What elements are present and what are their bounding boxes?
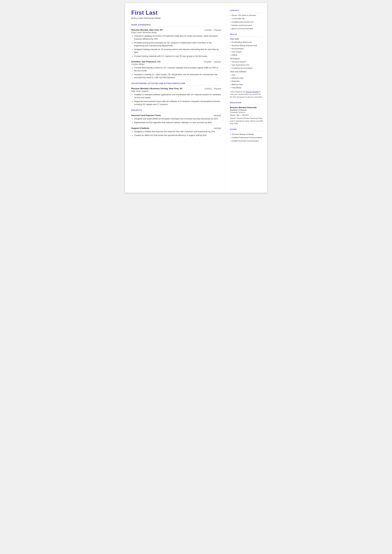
- contact-github: github.com/resumeworded: [230, 27, 263, 30]
- skill-editing: Editing: [230, 54, 263, 56]
- job-1-company: Resume Worded, New York, NY: [131, 29, 163, 31]
- project-2-bullet-2: Created an offline tool that boosts the …: [134, 134, 221, 137]
- projects-heading: PROJECTS: [131, 109, 221, 111]
- other-heading: OTHER: [230, 128, 263, 130]
- techniques-list: Technical Support User Experience (UX) F…: [230, 61, 263, 69]
- skill-visio: Visio: [230, 74, 263, 76]
- project-2-bullet-1: Designed a chatbot that improves the res…: [134, 130, 221, 133]
- contact-heading: CONTACT: [230, 9, 263, 11]
- skills-tip: • Don't forget to use Resume Worded to s…: [230, 91, 263, 98]
- project-2: Support Chatbots 04/2020 Designed a chat…: [131, 127, 221, 137]
- tools-label: Tools and Software:: [230, 70, 263, 73]
- other-item-2: Certified Professional Technical Writer.: [230, 136, 263, 139]
- other-list: Technical Writing Certificate. Certified…: [230, 133, 263, 142]
- skill-robohelp: RoboHelp: [230, 80, 263, 83]
- skill-adobe-acrobat: Adobe Acrobat: [230, 77, 263, 79]
- job-1-title: Entry-Level Technical Writer: [131, 31, 221, 34]
- project-1-bullet-2: Implemented an RSA algorithm that reduce…: [134, 121, 221, 124]
- right-column: CONTACT Denver, OH (Open to Remote) +1-2…: [226, 3, 267, 193]
- job-2: Growthsi, San Francisco, CA 07/2020 – 10…: [131, 61, 221, 79]
- skill-ux: User Experience (UX): [230, 64, 263, 66]
- resume-page: First Last Entry-Level Technical Writer …: [125, 3, 267, 193]
- work-experience-heading: WORK EXPERIENCE: [131, 24, 221, 26]
- skill-functional-doc: Functional Documentation: [230, 67, 263, 69]
- contact-divider: [230, 12, 263, 13]
- skills-heading: SKILLS: [230, 33, 263, 35]
- edu-field: Computer Science: [230, 111, 263, 113]
- job-1-bullet-1: Assisted in updating 18 months of PowerP…: [134, 35, 221, 41]
- volunteer-1-header: Resume Worded's Business Society, New Yo…: [131, 87, 221, 90]
- tools-list: Visio Adobe Acrobat RoboHelp MadCap Flar…: [230, 74, 263, 89]
- job-2-bullet-2: Assisted in creating 11+ video scripts, …: [134, 73, 221, 79]
- title: Entry-Level Technical Writer: [131, 17, 221, 19]
- job-2-title: Content Writer: [131, 63, 221, 65]
- volunteer-1-bullet-1: Installed 13 standard software applicati…: [134, 93, 221, 99]
- skill-user-guides: User Guides: [230, 50, 263, 53]
- project-1: Secured Card Payment Tools 04/2020 Desig…: [131, 114, 221, 124]
- skill-documentation: Documentation: [230, 47, 263, 50]
- job-2-header: Growthsi, San Francisco, CA 07/2020 – 10…: [131, 61, 221, 63]
- edu-awards: Awards: Resume Worded Teaching Fellow (o…: [230, 117, 263, 125]
- project-1-date: 04/2020: [214, 114, 221, 117]
- project-1-name: Secured Card Payment Tools: [131, 114, 161, 117]
- job-1-bullet-3: Designed training manuals for 25 incomin…: [134, 48, 221, 54]
- skill-madcap-flare: MadCap Flare: [230, 83, 263, 86]
- edu-location-date: Boston, MA — 06/2020: [230, 114, 263, 116]
- contact-email: email@resumeworded.com: [230, 21, 263, 23]
- project-2-name: Support Chatbots: [131, 127, 149, 129]
- project-2-date: 04/2020: [214, 127, 221, 129]
- edu-degree: Bachelor of Science: [230, 109, 263, 111]
- project-1-header: Secured Card Payment Tools 04/2020: [131, 114, 221, 117]
- job-1-dates: 11/2021 – Present: [204, 29, 221, 31]
- job-1-bullet-4: Created training materials with 17+ trai…: [134, 55, 221, 58]
- education-divider: [230, 105, 263, 105]
- job-1-header: Resume Worded, New York, NY 11/2021 – Pr…: [131, 29, 221, 31]
- other-item-3: Certified Technical Communicator.: [230, 140, 263, 142]
- contact-linkedin: linkedin.com/in/username: [230, 24, 263, 27]
- volunteering-heading: VOLUNTEERING ACTIVITIES AND EXTRACURRICU…: [131, 83, 221, 84]
- skill-technical-writing: Technical Writing (Experienced): [230, 44, 263, 47]
- volunteering-divider: [131, 85, 221, 85]
- other-item-1: Technical Writing Certificate.: [230, 133, 263, 135]
- skill-proofreading: Proofreading (Advanced): [230, 41, 263, 43]
- job-1-bullets: Assisted in updating 18 months of PowerP…: [134, 35, 221, 58]
- project-1-bullet-1: Designed and implemented an encryption t…: [134, 117, 221, 120]
- contact-list: Denver, OH (Open to Remote) +1-234-456-7…: [230, 14, 263, 30]
- resume-worded-link[interactable]: Resume Worded: [246, 91, 259, 93]
- job-1-bullet-2: Provided technical documentation for 15+…: [134, 41, 221, 47]
- techniques-label: Techniques:: [230, 57, 263, 60]
- project-2-bullets: Designed a chatbot that improves the res…: [134, 130, 221, 137]
- skill-framemaker: FrameMaker: [230, 86, 263, 89]
- volunteer-1-title: Help Desk Support: [131, 90, 221, 92]
- contact-location: Denver, OH (Open to Remote): [230, 14, 263, 17]
- project-1-bullets: Designed and implemented an encryption t…: [134, 117, 221, 124]
- job-2-company: Growthsi, San Francisco, CA: [131, 61, 161, 63]
- volunteer-1-company: Resume Worded's Business Society, New Yo…: [131, 87, 183, 90]
- job-1: Resume Worded, New York, NY 11/2021 – Pr…: [131, 29, 221, 58]
- job-2-dates: 07/2020 – 10/2021: [204, 61, 221, 63]
- volunteer-1-bullets: Installed 13 standard software applicati…: [134, 93, 221, 106]
- contact-phone: +1-234-456-789: [230, 17, 263, 20]
- volunteer-1-bullet-2: Diagnosed and resolved issues with the s…: [134, 100, 221, 106]
- job-2-bullets: Created SEO-friendly content for 15+ cus…: [134, 66, 221, 79]
- edu-school: Resume Worded University: [230, 106, 263, 109]
- hard-skills-list: Proofreading (Advanced) Technical Writin…: [230, 41, 263, 56]
- skill-technical-support: Technical Support: [230, 61, 263, 63]
- projects-divider: [131, 112, 221, 112]
- name: First Last: [131, 9, 221, 16]
- hard-skills-label: Hard Skills:: [230, 38, 263, 40]
- project-2-header: Support Chatbots 04/2020: [131, 127, 221, 129]
- volunteer-1: Resume Worded's Business Society, New Yo…: [131, 87, 221, 106]
- left-column: First Last Entry-Level Technical Writer …: [125, 3, 226, 193]
- volunteer-1-dates: 12/2021 – Present: [204, 87, 221, 90]
- job-2-bullet-1: Created SEO-friendly content for 15+ cus…: [134, 66, 221, 72]
- education-heading: EDUCATION: [230, 102, 263, 104]
